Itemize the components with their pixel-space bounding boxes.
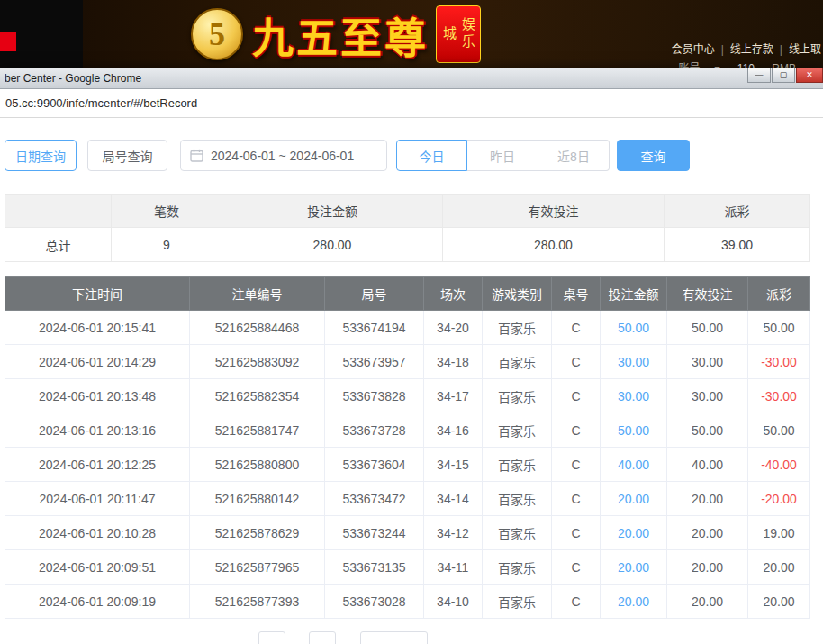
nav-member-center[interactable]: 会员中心 <box>672 43 715 56</box>
cell-table_no: C <box>552 379 601 413</box>
cell-payout: 19.00 <box>748 516 810 550</box>
round-query-button[interactable]: 局号查询 <box>87 140 167 171</box>
col-header-bet-amount: 投注金额 <box>601 277 667 311</box>
cell-session: 34-12 <box>424 516 483 550</box>
search-button[interactable]: 查询 <box>617 140 690 171</box>
close-button[interactable]: ✕ <box>796 68 823 83</box>
bet-amount-link[interactable]: 50.00 <box>618 423 649 438</box>
bet-amount-link[interactable]: 20.00 <box>618 526 649 540</box>
summary-total-row: 总计 9 280.00 280.00 39.00 <box>5 228 810 262</box>
gold-coin-icon: 5 <box>191 8 243 60</box>
summary-total-count: 9 <box>112 228 222 262</box>
nav-separator: | <box>780 43 782 56</box>
cell-valid: 30.00 <box>667 379 748 413</box>
last-8-days-button[interactable]: 近8日 <box>538 140 610 171</box>
cell-bet_id: 521625882354 <box>190 379 325 413</box>
cell-table_no: C <box>552 482 601 516</box>
bet-amount-link[interactable]: 20.00 <box>618 594 649 609</box>
pagination-size-select[interactable] <box>360 631 428 644</box>
table-row: 2024-06-01 20:12:25521625880800533673604… <box>5 448 810 482</box>
site-logo-subtitle: 娱乐城 <box>436 5 481 63</box>
cell-table_no: C <box>552 585 601 619</box>
summary-header-valid-bet: 有效投注 <box>443 195 665 228</box>
pagination-bar <box>258 631 818 644</box>
cell-time: 2024-06-01 20:13:16 <box>5 413 190 448</box>
cell-game: 百家乐 <box>483 413 552 448</box>
table-row: 2024-06-01 20:15:41521625884468533674194… <box>5 311 810 345</box>
cell-bet_id: 521625877393 <box>190 585 325 619</box>
cell-payout: -40.00 <box>748 448 810 482</box>
bet-amount-link[interactable]: 50.00 <box>618 321 649 335</box>
cell-session: 34-10 <box>424 585 483 619</box>
browser-window: ber Center - Google Chrome — ▢ ✕ 05.cc:9… <box>0 68 823 644</box>
cell-round_no: 533673135 <box>325 550 424 585</box>
col-header-table-no: 桌号 <box>552 277 601 311</box>
bet-amount-link[interactable]: 30.00 <box>618 389 649 404</box>
bet-amount-link[interactable]: 30.00 <box>618 355 649 369</box>
cell-time: 2024-06-01 20:15:41 <box>5 311 190 345</box>
today-button[interactable]: 今日 <box>396 140 467 171</box>
cell-time: 2024-06-01 20:10:28 <box>5 516 190 550</box>
cell-bet_id: 521625883092 <box>190 345 325 379</box>
cell-bet_id: 521625877965 <box>190 550 325 585</box>
cell-time: 2024-06-01 20:11:47 <box>5 482 190 516</box>
address-bar[interactable]: 05.cc:9900/infe/mcenter/#/betRecord <box>0 96 823 110</box>
cell-valid: 30.00 <box>667 345 748 379</box>
cell-bet_id: 521625880800 <box>190 448 325 482</box>
minimize-button[interactable]: — <box>747 68 771 83</box>
cell-valid: 20.00 <box>667 482 748 516</box>
site-logo-title: 九五至尊 <box>252 5 429 64</box>
bet-amount-link[interactable]: 20.00 <box>618 492 649 506</box>
yesterday-button[interactable]: 昨日 <box>467 140 538 171</box>
cell-valid: 20.00 <box>667 550 748 585</box>
cell-round_no: 533673828 <box>325 379 424 413</box>
cell-amount: 30.00 <box>601 379 667 413</box>
cell-table_no: C <box>552 311 601 345</box>
cell-time: 2024-06-01 20:09:51 <box>5 550 190 585</box>
date-query-button[interactable]: 日期查询 <box>5 140 77 171</box>
pagination-page-button[interactable] <box>309 631 336 644</box>
bet-record-table: 下注时间 注单编号 局号 场次 游戏类别 桌号 投注金额 有效投注 派彩 202… <box>5 276 810 619</box>
cell-amount: 30.00 <box>601 345 667 379</box>
table-row: 2024-06-01 20:11:47521625880142533673472… <box>5 482 810 516</box>
table-row: 2024-06-01 20:13:16521625881747533673728… <box>5 413 810 448</box>
pagination-prev-button[interactable] <box>258 631 285 644</box>
bet-record-page: 日期查询 局号查询 2024-06-01 ~ 2024-06-01 今日 昨日 … <box>0 118 823 644</box>
cell-table_no: C <box>552 413 601 448</box>
window-controls: — ▢ ✕ <box>746 68 823 83</box>
cell-amount: 20.00 <box>601 482 667 516</box>
cell-amount: 20.00 <box>601 585 667 619</box>
nav-separator: | <box>721 43 724 56</box>
window-title: ber Center - Google Chrome <box>0 72 141 85</box>
date-range-input[interactable]: 2024-06-01 ~ 2024-06-01 <box>180 140 387 171</box>
summary-total-bet-amount: 280.00 <box>222 228 443 262</box>
cell-table_no: C <box>552 516 601 550</box>
cell-round_no: 533673244 <box>325 516 424 550</box>
table-row: 2024-06-01 20:13:48521625882354533673828… <box>5 379 810 413</box>
summary-total-label: 总计 <box>5 228 112 262</box>
cell-amount: 50.00 <box>601 311 667 345</box>
cell-bet_id: 521625880142 <box>190 482 325 516</box>
bet-amount-link[interactable]: 20.00 <box>618 560 649 575</box>
floating-service-badge[interactable] <box>0 32 16 51</box>
nav-online-deposit[interactable]: 线上存款 <box>730 43 773 56</box>
cell-payout: 50.00 <box>748 413 810 448</box>
cell-table_no: C <box>552 345 601 379</box>
nav-online-withdraw[interactable]: 线上取 <box>789 43 821 56</box>
summary-total-payout: 39.00 <box>665 228 810 262</box>
cell-amount: 20.00 <box>601 550 667 585</box>
maximize-button[interactable]: ▢ <box>772 68 795 83</box>
bet-amount-link[interactable]: 40.00 <box>618 458 649 472</box>
cell-payout: -20.00 <box>748 482 810 516</box>
cell-session: 34-18 <box>424 345 483 379</box>
summary-table: 笔数 投注金额 有效投注 派彩 总计 9 280.00 280.00 39.00 <box>5 194 810 262</box>
cell-amount: 40.00 <box>601 448 667 482</box>
table-row: 2024-06-01 20:10:28521625878629533673244… <box>5 516 810 550</box>
window-titlebar[interactable]: ber Center - Google Chrome — ▢ ✕ <box>0 68 823 89</box>
cell-amount: 50.00 <box>601 413 667 448</box>
col-header-round-no: 局号 <box>325 277 424 311</box>
cell-round_no: 533673028 <box>325 585 424 619</box>
cell-time: 2024-06-01 20:13:48 <box>5 379 190 413</box>
filter-bar: 日期查询 局号查询 2024-06-01 ~ 2024-06-01 今日 昨日 … <box>5 140 818 171</box>
cell-table_no: C <box>552 550 601 585</box>
